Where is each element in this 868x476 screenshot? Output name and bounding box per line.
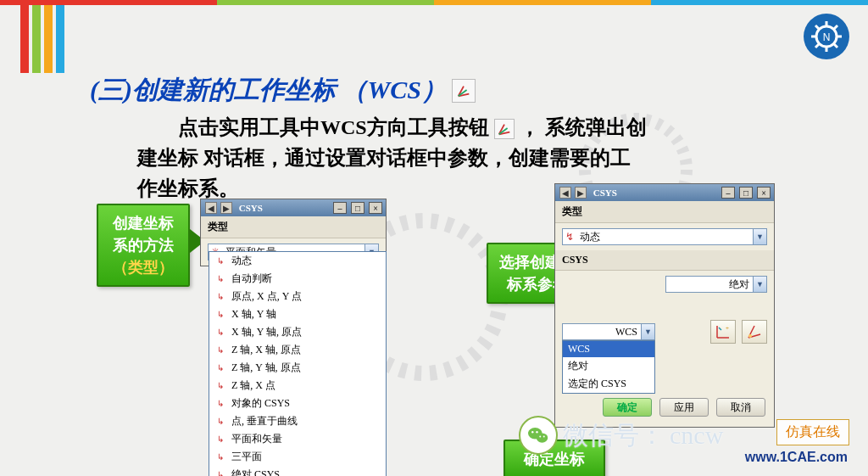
- type-option[interactable]: ↳自动判断: [209, 270, 386, 288]
- type-dropdown-list[interactable]: ↳动态↳自动判断↳原点, X 点, Y 点↳X 轴, Y 轴↳X 轴, Y 轴,…: [209, 251, 387, 476]
- ref-combo-value: 绝对: [666, 277, 753, 292]
- back-icon[interactable]: ◀: [205, 202, 217, 214]
- callout-type-method: 创建坐标 系的方法 （类型）: [97, 204, 190, 287]
- chevron-down-icon[interactable]: ▼: [753, 229, 766, 244]
- type-combo-value: 动态: [576, 230, 753, 244]
- csys-tool-1[interactable]: +: [710, 320, 736, 344]
- svg-point-7: [536, 431, 537, 433]
- wcs-combo-value: WCS: [563, 326, 641, 339]
- type-option[interactable]: ↳Z 轴, Y 轴, 原点: [209, 359, 386, 377]
- chevron-down-icon[interactable]: ▼: [641, 324, 654, 339]
- wcs-dropdown-list[interactable]: WCS绝对选定的 CSYS: [562, 340, 655, 394]
- page-title: (三)创建新的工作坐标 （WCS）: [90, 73, 447, 108]
- type-option[interactable]: ↳Z 轴, X 点: [209, 377, 386, 395]
- dialog-titlebar[interactable]: ◀ ▶ CSYS – □ ×: [201, 199, 386, 216]
- brand-gear-logo: N: [804, 14, 849, 59]
- csys-dialog-right: ◀ ▶ CSYS – □ × 类型 ↯ 动态 ▼ CSYS 绝对 ▼ WCS ▼…: [554, 183, 775, 428]
- dynamic-icon: ↯: [563, 231, 576, 244]
- type-option[interactable]: ↳原点, X 点, Y 点: [209, 288, 386, 305]
- cancel-button[interactable]: 取消: [716, 398, 765, 417]
- svg-point-8: [539, 436, 541, 438]
- left-color-stripes: [20, 5, 64, 73]
- wcs-option[interactable]: 选定的 CSYS: [563, 375, 654, 393]
- close-button[interactable]: ×: [757, 187, 771, 199]
- wcs-tool-icon: [452, 79, 476, 103]
- svg-point-3: [748, 334, 752, 338]
- type-option[interactable]: ↳平面和矢量: [209, 430, 386, 448]
- site-url: www.1CAE.com: [745, 450, 848, 465]
- dialog-title: CSYS: [593, 188, 717, 198]
- csys-tool-2[interactable]: [742, 320, 767, 344]
- minimize-button[interactable]: –: [333, 202, 347, 214]
- type-option[interactable]: ↳动态: [209, 252, 386, 270]
- wechat-watermark: 微信号：cncw: [519, 416, 723, 455]
- wcs-option[interactable]: WCS: [563, 341, 654, 357]
- ok-button[interactable]: 确定: [603, 398, 652, 417]
- section-type-label: 类型: [201, 216, 386, 238]
- forward-icon[interactable]: ▶: [220, 202, 232, 214]
- svg-text:N: N: [823, 31, 831, 43]
- top-accent-bar: [0, 0, 868, 5]
- type-option[interactable]: ↳三平面: [209, 448, 386, 466]
- svg-point-5: [537, 433, 548, 442]
- close-button[interactable]: ×: [369, 202, 382, 214]
- section-type-label: 类型: [555, 201, 774, 223]
- maximize-button[interactable]: □: [739, 187, 753, 199]
- type-option[interactable]: ↳Z 轴, X 轴, 原点: [209, 341, 386, 359]
- ref-combobox[interactable]: 绝对 ▼: [665, 276, 767, 293]
- type-option[interactable]: ↳对象的 CSYS: [209, 395, 386, 412]
- simulation-online-badge: 仿真在线: [776, 419, 849, 445]
- dialog-title: CSYS: [239, 203, 329, 213]
- wcs-option[interactable]: 绝对: [563, 357, 654, 375]
- wcs-tool-icon-inline: [494, 119, 515, 139]
- dialog-titlebar[interactable]: ◀ ▶ CSYS – □ ×: [555, 184, 774, 201]
- svg-point-6: [531, 431, 533, 433]
- svg-text:+: +: [726, 325, 729, 332]
- section-ref-label: CSYS: [555, 250, 774, 271]
- type-combobox[interactable]: ↯ 动态 ▼: [562, 228, 767, 245]
- type-option[interactable]: ↳X 轴, Y 轴: [209, 305, 386, 323]
- wechat-icon: [519, 416, 558, 455]
- wcs-combobox[interactable]: WCS ▼: [562, 323, 655, 340]
- back-icon[interactable]: ◀: [559, 187, 571, 199]
- type-option[interactable]: ↳X 轴, Y 轴, 原点: [209, 323, 386, 341]
- type-option[interactable]: ↳点, 垂直于曲线: [209, 412, 386, 430]
- maximize-button[interactable]: □: [351, 202, 364, 214]
- svg-point-9: [543, 436, 545, 438]
- type-option[interactable]: ↳绝对 CSYS: [209, 466, 386, 476]
- forward-icon[interactable]: ▶: [575, 187, 587, 199]
- chevron-down-icon[interactable]: ▼: [753, 277, 766, 292]
- heading-row: (三)创建新的工作坐标 （WCS）: [90, 73, 476, 108]
- apply-button[interactable]: 应用: [659, 398, 709, 417]
- minimize-button[interactable]: –: [721, 187, 735, 199]
